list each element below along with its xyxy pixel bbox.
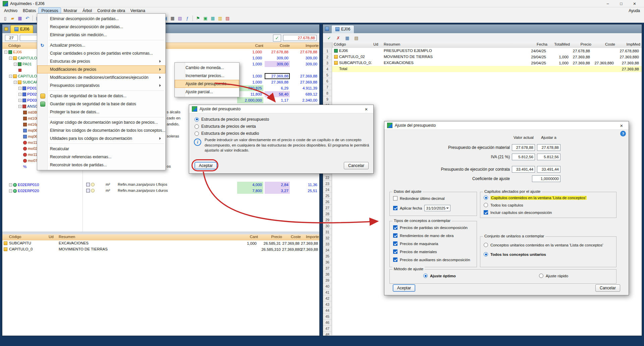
apply-check-button[interactable]	[273, 35, 281, 42]
header-cant[interactable]: Cant	[232, 235, 258, 239]
value-cell[interactable]: 309,00	[265, 61, 290, 67]
menu-item[interactable]: Reconstruir referencias externas...	[37, 153, 165, 161]
menu-árbol[interactable]: Árbol	[80, 8, 95, 14]
grid-row[interactable]: 6	[323, 78, 642, 84]
option-ajuste-optimo[interactable]: Ajuste óptimo	[423, 274, 456, 278]
header-coste[interactable]: Coste	[593, 42, 615, 46]
grid-row[interactable]: 4Total27.369,88	[323, 66, 642, 72]
expand-toggle[interactable]: -	[9, 189, 12, 192]
close-icon[interactable]	[617, 122, 626, 129]
menu-item[interactable]: Asignar código de documentación según ba…	[37, 118, 165, 126]
flag-green-icon[interactable]: ⚑	[195, 15, 202, 22]
close-icon[interactable]	[628, 0, 641, 7]
grid-row[interactable]: 47	[323, 326, 642, 332]
edit-red-icon[interactable]: ✗	[335, 35, 342, 42]
bim-green-icon[interactable]: ▣	[202, 15, 209, 22]
grid-row[interactable]: 1EJ06PRESUPUESTO EJEMPLO24/04/2527.678,8…	[323, 48, 642, 54]
grid-row[interactable]: 48	[323, 332, 642, 335]
value-cell[interactable]: 309,00	[291, 61, 319, 67]
expand-toggle[interactable]: -	[18, 105, 21, 108]
menu-item[interactable]: Proteger la base de datos...	[37, 108, 165, 116]
option-capitulos-lista[interactable]: Capítulos contenidos en la ventana 'List…	[484, 195, 587, 200]
value-cell[interactable]: 1,000	[237, 49, 263, 55]
tree-row[interactable]	[2, 176, 319, 182]
valor-actual-field[interactable]: 33.491,44	[512, 166, 535, 173]
maximize-icon[interactable]	[614, 0, 628, 7]
menu-procesos[interactable]: Procesos	[39, 8, 61, 14]
menu-item[interactable]: Recalcular	[37, 145, 165, 153]
tab-ej06[interactable]: EJ06	[331, 25, 354, 33]
submenu-item[interactable]: Cambio de moneda...	[175, 64, 239, 72]
value-cell[interactable]: 1,000	[237, 61, 263, 67]
header-cant[interactable]: Cant	[237, 44, 263, 48]
option-todos-unitarios[interactable]: Todos los conceptos unitarios	[484, 252, 546, 256]
header-precio[interactable]: Precio	[571, 42, 591, 46]
grid-row[interactable]: 7	[323, 84, 642, 90]
header-ud[interactable]: Ud	[373, 42, 378, 46]
menu-item[interactable]: Modificaciones de mediciones/certificaci…	[37, 73, 165, 81]
menu-ventana[interactable]: Ventana	[128, 8, 148, 14]
expand-toggle[interactable]: -	[18, 93, 21, 96]
option-estructura-estudio[interactable]: Estructura de precios de estudio	[195, 131, 259, 136]
coeficiente-field[interactable]: 1,0000000	[532, 175, 560, 182]
option-ajuste-rapido[interactable]: Ajuste rápido	[539, 274, 568, 278]
formula-icon[interactable]: ƒ	[184, 15, 191, 22]
value-cell[interactable]: 3,27	[265, 188, 290, 194]
ajustar-a-field[interactable]: 33.491,44	[537, 166, 560, 173]
header-importe[interactable]: Importe	[291, 44, 319, 48]
value-cell[interactable]: 1,000	[237, 73, 263, 79]
grid-row[interactable]: 9	[323, 96, 642, 102]
new-document-icon[interactable]: ▯	[2, 15, 9, 22]
option-estructura-venta[interactable]: Estructura de precios de venta	[195, 124, 256, 129]
menu-item[interactable]: Eliminar partidas sin medición...	[37, 31, 165, 39]
header-importe[interactable]: Importe	[301, 235, 319, 239]
minimize-icon[interactable]	[601, 0, 614, 7]
checkbox-aplicar-fecha[interactable]: Aplicar fecha 31/10/2025	[393, 205, 450, 211]
option-unitarios-lista[interactable]: Conceptos unitarios contenidos en la ven…	[484, 243, 603, 247]
value-cell[interactable]: 689,12	[291, 91, 319, 97]
header-precio[interactable]: Precio	[258, 235, 282, 239]
grid-row[interactable]: 8	[323, 90, 642, 96]
value-cell[interactable]: 58,40	[265, 91, 290, 97]
value-cell[interactable]: 1,000	[237, 55, 263, 61]
header-resumen[interactable]: Resumen	[384, 42, 400, 46]
aceptar-button[interactable]: Aceptar	[393, 284, 415, 292]
checkbox-precios-materiales[interactable]: Precios de materiales	[393, 249, 437, 254]
checkbox-redondear[interactable]: Redondear último decimal	[393, 196, 445, 200]
expand-toggle[interactable]: -	[18, 99, 21, 102]
favorites-icon[interactable]: ▦	[16, 15, 23, 22]
cancelar-button[interactable]: Cancelar	[595, 284, 620, 292]
list-item[interactable]: SUBCAPITU EXCAVACIONES 1,000 26.585,31 2…	[2, 240, 319, 246]
grid-row[interactable]: 3SUBCAPITULO_02AEXCAVACIONES29/04/251,00…	[323, 60, 642, 66]
calculator-icon[interactable]: ▦	[169, 15, 176, 22]
tree-row[interactable]: -E02ERP010m²Refin.man.zanja/pozo t.flojo…	[2, 182, 319, 188]
menu-item[interactable]: Copiar cantidades o precios de partidas …	[37, 49, 165, 57]
tree-row[interactable]: -E02ERP020m²Refin.man.zanja/pozo t.duros…	[2, 188, 319, 194]
menu-archivo[interactable]: Archivo	[1, 8, 20, 14]
dialog-titlebar[interactable]: Ajuste del presupuesto	[189, 105, 373, 113]
chart-yellow-icon[interactable]: ▥	[217, 15, 224, 22]
valor-actual-field[interactable]: 27.678,88	[512, 144, 535, 151]
header-fecha[interactable]: Fecha	[526, 42, 547, 46]
dialog-titlebar[interactable]: Ajuste del presupuesto	[384, 121, 629, 130]
menu-control-de-obra[interactable]: Control de obra	[95, 8, 128, 14]
value-cell[interactable]: 1,000	[237, 79, 263, 85]
value-cell[interactable]: 6,29	[265, 85, 290, 91]
level-field[interactable]: 27	[5, 35, 18, 41]
grid-row[interactable]: 44	[323, 307, 642, 313]
value-cell[interactable]: 4,000	[237, 182, 263, 188]
value-cell[interactable]: 27.369,88	[265, 79, 290, 85]
fecha-combobox[interactable]: 31/10/2025	[424, 205, 450, 211]
expand-toggle[interactable]: -	[14, 63, 17, 66]
value-cell[interactable]: 2.340,00	[291, 97, 319, 103]
value-cell[interactable]: 27.369,88	[291, 73, 319, 79]
help-icon[interactable]	[620, 131, 626, 136]
grid-row[interactable]: 2CAPITULO_02MOVIMIENTO DE TIERRAS29/04/2…	[323, 54, 642, 60]
value-cell[interactable]: 27.369,88	[291, 79, 319, 85]
option-todos-capitulos[interactable]: Todos los capítulos	[484, 203, 523, 207]
tab-ej06[interactable]: EJ06	[10, 25, 33, 33]
checkbox-partidas-sin-descomposicion[interactable]: Precios de partidas sin descomposición	[393, 225, 468, 230]
close-icon[interactable]	[362, 106, 371, 112]
option-estructura-presupuesto[interactable]: Estructura de precios del presupuesto	[195, 117, 269, 122]
expand-toggle[interactable]: -	[9, 75, 12, 78]
